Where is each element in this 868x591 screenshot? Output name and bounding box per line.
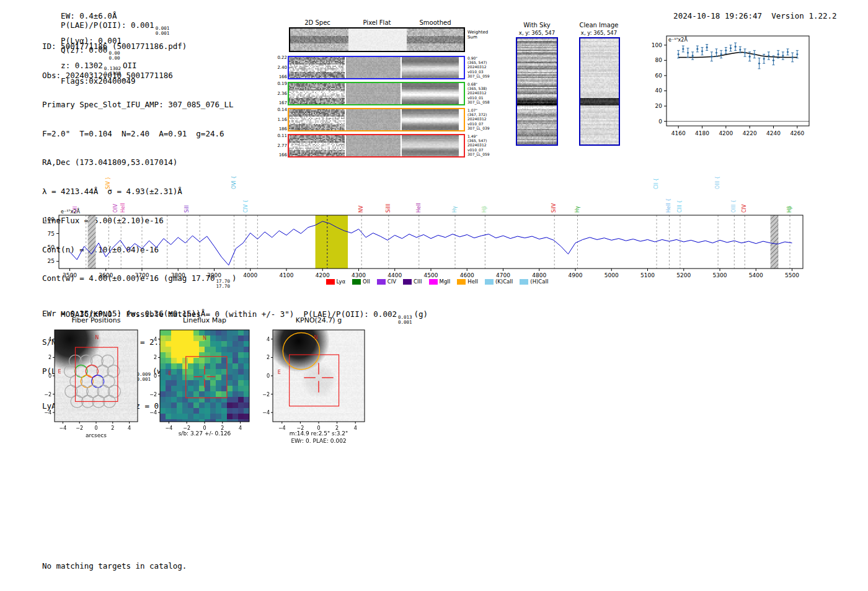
- svg-text:4000: 4000: [243, 272, 257, 278]
- report-datetime: 2024-10-18 19:26:47: [673, 11, 762, 20]
- svg-text:4: 4: [154, 337, 157, 342]
- svg-text:5000: 5000: [604, 272, 619, 278]
- fiber-2d-panel: [288, 82, 465, 105]
- spectral-line-label: CIV {: [243, 200, 249, 213]
- info-slot: Primary Spec_Slot_IFU_AMP: 307_085_076_L…: [42, 100, 237, 110]
- spectral-line-label: Hβ: [482, 206, 487, 213]
- withsky-coords: x, y: 365, 547: [519, 30, 555, 36]
- legend-label: OII: [363, 278, 370, 285]
- col-header-pixelflat: Pixel Flat: [363, 19, 391, 26]
- spectral-line-label: HeII: [120, 203, 126, 213]
- lineflux-map-title: Lineflux Map: [155, 316, 254, 324]
- svg-text:5300: 5300: [713, 272, 727, 278]
- kpno-overlay: NE−4−2024−4−2024: [255, 325, 372, 438]
- elixer-report: EW: 0.4±6.0Å P(LAE)/P(OII): 0.0010.0010.…: [0, 0, 868, 591]
- fiber-pixelflat-image: [346, 83, 401, 104]
- fiber-weight-labels: 0.192.36167: [277, 82, 288, 105]
- svg-text:2: 2: [154, 355, 157, 360]
- svg-text:5500: 5500: [785, 272, 799, 278]
- svg-text:0: 0: [267, 373, 270, 379]
- svg-text:4240: 4240: [766, 130, 781, 136]
- spectral-line-label: OVI {: [231, 176, 237, 189]
- masked-band: [88, 215, 96, 269]
- svg-text:−2: −2: [44, 392, 51, 398]
- svg-text:75: 75: [48, 231, 55, 237]
- legend-swatch: [326, 279, 335, 285]
- withsky-title: With Sky: [523, 22, 551, 29]
- legend-item: (H)CaII: [520, 278, 548, 285]
- svg-text:2: 2: [48, 355, 51, 360]
- svg-text:4400: 4400: [388, 272, 402, 278]
- svg-text:3700: 3700: [135, 272, 149, 278]
- svg-text:20: 20: [655, 103, 663, 109]
- svg-text:50: 50: [48, 244, 55, 251]
- legend-item: OII: [352, 278, 370, 285]
- spectral-line-label: Hγ: [575, 206, 580, 213]
- withsky-image: [517, 38, 557, 144]
- fiber-smoothed-image: [402, 109, 459, 130]
- legend-item: CIV: [377, 278, 396, 285]
- spectral-line-label: CIV: [742, 204, 747, 213]
- svg-text:2: 2: [111, 425, 114, 431]
- fiber-annotation: 0.68"(365, 538)20240312v010_01307_LL_058: [467, 82, 490, 105]
- svg-text:4700: 4700: [496, 272, 510, 278]
- masked-band: [771, 215, 779, 269]
- clean-coords: x, y: 365, 547: [581, 30, 617, 36]
- svg-text:−2: −2: [262, 392, 270, 398]
- catalog-note-line1: No matching targets in catalog.: [42, 561, 187, 571]
- col-header-2dspec: 2D Spec: [304, 19, 330, 26]
- svg-text:25: 25: [48, 258, 55, 264]
- fiber-annotation: 1.49"(365, 547)20240312v010_07307_LL_059: [467, 134, 490, 158]
- fiber-smoothed-image: [402, 135, 459, 156]
- legend-swatch: [352, 279, 361, 285]
- info-seeing: F=2.0" T=0.104 N=2.40 A=0.91 g=24.6: [42, 129, 237, 139]
- svg-text:3600: 3600: [99, 272, 113, 278]
- fiber-positions-title: Fiber Positions: [55, 316, 138, 324]
- svg-text:3900: 3900: [207, 272, 221, 278]
- svg-text:4500: 4500: [424, 272, 438, 278]
- svg-text:5400: 5400: [749, 272, 763, 278]
- info-obs: Obs: 20240312v010_5001771186: [42, 71, 237, 81]
- fiber-positions-overlay: NE−4−2024−4−2024: [37, 325, 149, 438]
- legend-swatch: [520, 279, 528, 285]
- legend-swatch: [377, 279, 386, 285]
- flux-units-label: e⁻¹⁷x2Å: [668, 36, 688, 43]
- legend-item: CIII: [403, 278, 422, 285]
- svg-text:−4: −4: [44, 410, 51, 415]
- target-box: [186, 357, 227, 398]
- svg-text:0: 0: [154, 373, 157, 379]
- spec2d-row: 0.141.161861.07"(367, 372)20240312v010_0…: [277, 108, 500, 131]
- svg-text:5100: 5100: [640, 272, 655, 278]
- lineflux-map-overlay: NE−4−2024−4−2024: [143, 325, 257, 438]
- flux-units-label: e⁻¹⁷x2Å: [61, 208, 80, 215]
- withsky-panel: [516, 37, 558, 146]
- fit-line: [678, 52, 797, 57]
- info-id: ID: 5001771186 (5001771186.pdf): [42, 42, 237, 51]
- north-label: N: [314, 335, 318, 340]
- spectrum-legend: LyαOIICIVCIIIMgIIHeII(K)CaII(H)CaII: [291, 278, 583, 285]
- clean-panel: [579, 37, 620, 146]
- svg-text:60: 60: [655, 73, 663, 79]
- spectral-line-label: Hβ: [787, 206, 792, 213]
- svg-text:4: 4: [267, 337, 270, 342]
- detection-highlight-band: [316, 215, 348, 269]
- target-box: [290, 355, 339, 406]
- spec2d-row: 0.192.361670.68"(365, 538)20240312v010_0…: [277, 82, 500, 105]
- fiber-annotation: 1.07"(367, 372)20240312v010_07307_LL_039: [467, 108, 490, 131]
- legend-item: MgII: [429, 278, 451, 285]
- fiber-2d-panel: [288, 56, 465, 79]
- svg-text:40: 40: [655, 87, 663, 94]
- fiber-weight-labels: 0.222.40166: [277, 56, 288, 79]
- svg-text:4160: 4160: [671, 130, 686, 136]
- zoom-spectrum-plot: 416041804200422042404260020406080100e⁻¹⁷…: [639, 25, 818, 149]
- fiber-pixelflat-image: [346, 109, 401, 130]
- fiber-2d-panel: [288, 108, 465, 131]
- spectral-line-label: HeII: [416, 203, 422, 213]
- spec2d-row: 0.112.771661.49"(365, 547)20240312v010_0…: [277, 134, 500, 158]
- east-label: E: [168, 371, 171, 376]
- svg-text:−2: −2: [76, 425, 83, 431]
- fiber-annotation: 0.90"(365, 547)20240312v010_03307_LL_059: [467, 56, 490, 79]
- legend-item: (K)CaII: [485, 278, 513, 285]
- svg-text:0: 0: [94, 425, 97, 431]
- svg-text:5200: 5200: [676, 272, 691, 278]
